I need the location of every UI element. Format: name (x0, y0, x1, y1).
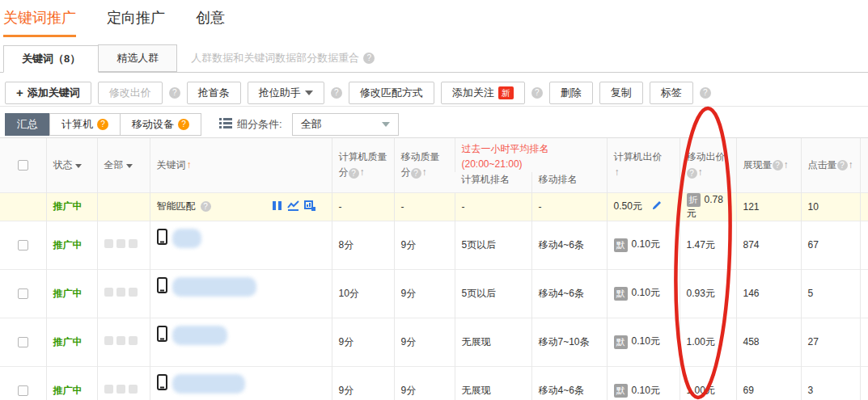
grab-first-button[interactable]: 抢首条 (187, 82, 241, 104)
keyword-cell[interactable] (150, 366, 332, 400)
help-icon[interactable]: ? (700, 87, 711, 99)
header-clicks-label: 点击量 (808, 159, 837, 171)
trend-chart-icon[interactable] (287, 200, 299, 213)
nav-tab-creative[interactable]: 创意 (196, 8, 225, 35)
clicks-cell: 5 (801, 269, 860, 318)
help-icon[interactable]: ? (363, 53, 375, 64)
header-pc-bid-label: 计算机出价 (614, 151, 663, 162)
mobile-quality-cell: 9分 (394, 221, 455, 269)
header-status[interactable]: 状态 (46, 138, 97, 193)
sort-up-icon[interactable]: ↑ (187, 159, 192, 171)
all-cell (97, 366, 150, 400)
help-icon[interactable]: ? (687, 168, 697, 179)
edit-pencil-icon[interactable] (651, 200, 663, 213)
keyword-promotion-page: 关键词推广 定向推广 创意 关键词（8） 精选人群 人群数据和关键词数据部分数据… (0, 0, 868, 400)
row-checkbox[interactable] (18, 288, 28, 299)
modify-match-button[interactable]: 修改匹配方式 (349, 82, 434, 104)
pc-bid-value: 0.10元 (632, 335, 660, 347)
keyword-cell[interactable] (150, 269, 332, 318)
list-icon (219, 117, 232, 132)
row-checkbox[interactable] (18, 240, 28, 251)
pc-rank-cell: 无展现 (455, 318, 531, 366)
pc-bid-value: 0.10元 (632, 238, 660, 250)
pc-rank-cell: 5页以后 (455, 221, 531, 269)
header-mobile-quality[interactable]: 移动质量分?↑ (394, 138, 455, 193)
redacted-icon (104, 239, 113, 248)
grab-assistant-button[interactable]: 抢位助手 (248, 82, 324, 104)
status-cell: 推广中 (46, 318, 97, 366)
filter-row: 汇总 计算机 ? 移动设备 ? 细分条件: 全部 (0, 107, 868, 137)
help-icon[interactable]: ? (97, 119, 108, 130)
header-impressions[interactable]: 展现量?↑ (736, 138, 801, 193)
nav-tab-keyword-promotion[interactable]: 关键词推广 (3, 8, 76, 37)
table-row: 推广中 9分 9分 无展现 移动4~6条 默0.10元 1.00元 69 3 (0, 366, 868, 400)
segment-mobile-button[interactable]: 移动设备 ? (120, 113, 201, 136)
add-watch-button[interactable]: 添加关注 新 (441, 82, 525, 104)
help-icon[interactable]: ? (201, 201, 211, 212)
default-bid-badge: 默 (614, 238, 628, 252)
pc-bid-value: 0.10元 (632, 385, 660, 396)
tab-selected-audience[interactable]: 精选人群 (98, 44, 177, 72)
copy-button[interactable]: 复制 (599, 82, 643, 104)
header-pc-bid[interactable]: 计算机出价↑ (607, 138, 680, 193)
header-keyword[interactable]: 关键词↑ (150, 138, 332, 193)
keyword-cell[interactable] (150, 221, 332, 269)
sort-up-icon[interactable]: ↑ (615, 166, 620, 178)
pc-bid-value: 0.50元 (614, 200, 642, 212)
help-icon[interactable]: ? (773, 160, 783, 171)
mobile-rank-cell: 移动4~6条 (531, 221, 607, 269)
mobile-phone-icon (157, 229, 167, 247)
bar-chart-icon[interactable] (304, 200, 315, 213)
sort-up-icon[interactable]: ↑ (849, 159, 853, 171)
table-row: 推广中 10分 9分 5页以后 移动4~6条 默0.10元 0.93元 146 … (0, 269, 868, 318)
header-pc-quality[interactable]: 计算机质量分?↑ (332, 138, 394, 193)
segment-condition-label: 细分条件: (237, 117, 282, 132)
tag-button[interactable]: 标签 (650, 82, 693, 104)
clicks-cell: 3 (801, 366, 860, 400)
header-pc-rank: 计算机排名 (455, 172, 531, 192)
segment-computer-button[interactable]: 计算机 ? (49, 113, 121, 136)
keyword-cell[interactable] (150, 318, 332, 366)
keyword-cell: 智能匹配 ? (150, 192, 332, 221)
sort-up-icon[interactable]: ↑ (698, 166, 703, 178)
help-icon[interactable]: ? (169, 87, 180, 99)
modify-bid-button[interactable]: 修改出价 (98, 82, 163, 104)
select-all-checkbox[interactable] (18, 160, 28, 171)
header-status-label: 状态 (53, 159, 73, 171)
pause-icon[interactable] (272, 200, 282, 213)
sort-up-icon[interactable]: ↑ (422, 166, 427, 178)
header-clicks[interactable]: 点击量?↑ (801, 138, 860, 193)
segment-condition-select[interactable]: 全部 (292, 113, 399, 136)
overlap-note-text: 人群数据和关键词数据部分数据重合 (191, 44, 359, 72)
pc-quality-cell: - (332, 192, 394, 221)
mobile-bid-cell: 0.93元 (680, 269, 736, 318)
help-icon[interactable]: ? (331, 87, 342, 99)
nav-tab-targeted-promotion[interactable]: 定向推广 (107, 8, 165, 35)
device-segment-control: 汇总 计算机 ? 移动设备 ? (5, 113, 201, 136)
redacted-icon (129, 288, 138, 297)
row-checkbox[interactable] (18, 385, 28, 396)
clicks-cell: 10 (801, 192, 860, 221)
help-icon[interactable]: ? (349, 168, 359, 179)
all-cell (97, 318, 150, 366)
help-icon[interactable]: ? (411, 168, 421, 179)
help-icon[interactable]: ? (531, 87, 543, 99)
help-icon[interactable]: ? (837, 160, 848, 171)
help-icon[interactable]: ? (178, 119, 189, 130)
pc-rank-cell: - (455, 192, 531, 221)
header-all-filter[interactable]: 全部 (97, 138, 150, 193)
header-mobile-bid[interactable]: 移动出价?↑ (680, 138, 736, 193)
redacted-keyword (172, 374, 245, 394)
row-checkbox[interactable] (18, 337, 28, 347)
spacer-cell (860, 366, 868, 400)
clicks-cell: 27 (801, 318, 860, 366)
plus-icon: + (16, 86, 23, 99)
sort-up-icon[interactable]: ↑ (360, 166, 365, 178)
spacer-cell (860, 318, 868, 366)
delete-button[interactable]: 删除 (549, 82, 593, 104)
sort-up-icon[interactable]: ↑ (784, 159, 789, 171)
tab-keywords[interactable]: 关键词（8） (3, 45, 99, 73)
impressions-cell: 146 (736, 269, 801, 318)
segment-summary-button[interactable]: 汇总 (5, 113, 50, 136)
add-keyword-button[interactable]: + 添加关键词 (5, 82, 91, 104)
